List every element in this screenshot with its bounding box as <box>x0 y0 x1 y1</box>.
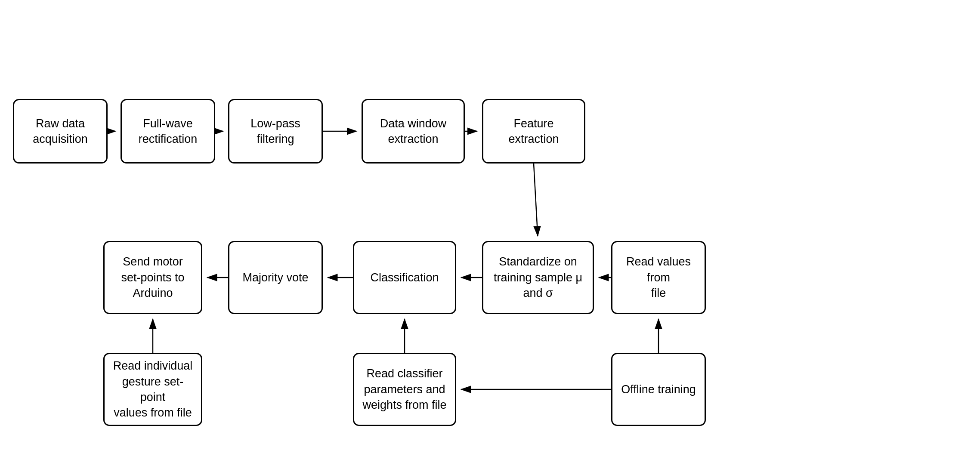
datawindow-box: Data window extraction <box>362 99 465 164</box>
standardize-box: Standardize on training sample μ and σ <box>482 241 594 314</box>
readclassifier-box: Read classifier parameters and weights f… <box>353 353 456 426</box>
page-title <box>0 0 980 17</box>
classification-box: Classification <box>353 241 456 314</box>
offlinetraining-box: Offline training <box>611 353 706 426</box>
majorityvote-box: Majority vote <box>228 241 323 314</box>
feature-box: Feature extraction <box>482 99 585 164</box>
readindividual-box: Read individual gesture set-point values… <box>103 353 202 426</box>
raw-data-box: Raw data acquisition <box>13 99 108 164</box>
readvalues-box: Read values from file <box>611 241 706 314</box>
fullwave-box: Full-wave rectification <box>121 99 215 164</box>
sendmotor-box: Send motor set-points to Arduino <box>103 241 202 314</box>
lowpass-box: Low-pass filtering <box>228 99 323 164</box>
arrow-4 <box>534 164 538 236</box>
diagram: Raw data acquisitionFull-wave rectificat… <box>0 43 980 430</box>
